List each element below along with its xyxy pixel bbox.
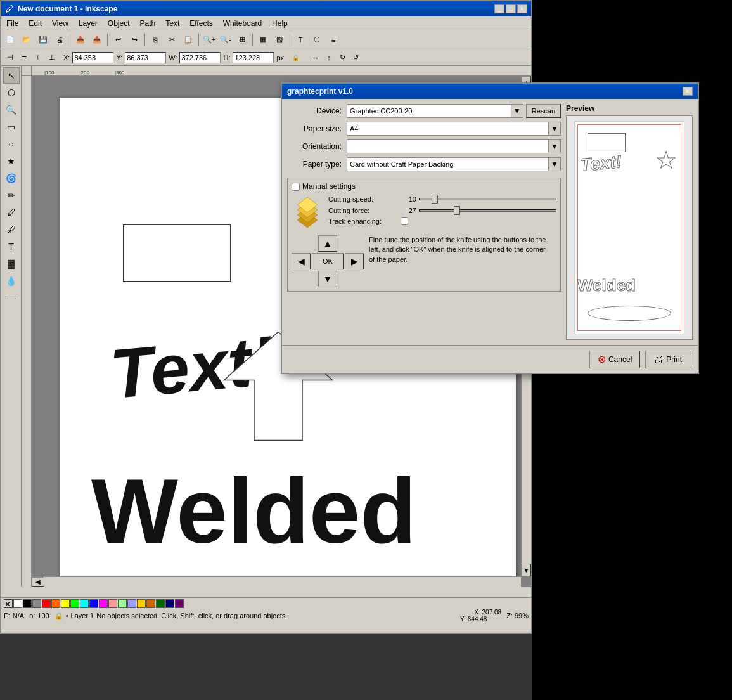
print-toolbar-button[interactable]: 🖨 [52, 32, 67, 48]
node-tool[interactable]: ⬡ [3, 84, 20, 101]
w-input[interactable] [179, 52, 221, 63]
pink-swatch[interactable] [108, 599, 117, 608]
text-tool-button[interactable]: T [293, 32, 308, 48]
paper-type-select[interactable]: Card without Craft Paper Backing Standar… [347, 157, 561, 171]
manual-settings-checkbox[interactable] [292, 183, 300, 191]
green-swatch[interactable] [70, 599, 79, 608]
undo-button[interactable]: ↩ [110, 32, 125, 48]
welded-shape[interactable]: Welded [91, 465, 416, 557]
light-blue-swatch[interactable] [127, 599, 136, 608]
h-input[interactable] [233, 52, 274, 63]
cut-button[interactable]: ✂ [164, 32, 179, 48]
rotate-ccw-button[interactable]: ↺ [349, 51, 362, 64]
device-select[interactable]: Graphtec CC200-20 [347, 104, 523, 118]
cutting-force-slider[interactable] [419, 206, 556, 215]
cutting-speed-slider[interactable] [419, 195, 556, 204]
group-button[interactable]: ▦ [255, 32, 271, 48]
blue-swatch[interactable] [89, 599, 98, 608]
rotate-cw-button[interactable]: ↻ [336, 51, 349, 64]
knife-down-button[interactable]: ▼ [318, 271, 337, 287]
zoom-out-button[interactable]: 🔍- [218, 32, 233, 48]
cutting-speed-range[interactable] [419, 195, 556, 204]
align-button[interactable]: ≡ [326, 32, 341, 48]
orange-swatch[interactable] [51, 599, 60, 608]
light-green-swatch[interactable] [118, 599, 127, 608]
zoom-fit-button[interactable]: ⊞ [234, 32, 250, 48]
y-input[interactable] [125, 52, 166, 63]
zoom-in-button[interactable]: 🔍+ [202, 32, 217, 48]
menu-help[interactable]: Help [269, 18, 290, 29]
menu-effects[interactable]: Effects [187, 18, 215, 29]
pen-tool[interactable]: 🖊 [3, 204, 20, 221]
menu-layer[interactable]: Layer [76, 18, 100, 29]
scroll-down-button[interactable]: ▼ [522, 564, 531, 576]
connector-tool[interactable]: — [3, 290, 20, 306]
horizontal-scrollbar[interactable]: ◀ ▶ [32, 576, 521, 587]
menu-text[interactable]: Text [163, 18, 182, 29]
rescan-button[interactable]: Rescan [526, 104, 561, 118]
purple-swatch[interactable] [175, 599, 184, 608]
print-button[interactable]: 🖨 Print [645, 351, 690, 368]
pencil-tool[interactable]: ✏ [3, 187, 20, 204]
export-button[interactable]: 📤 [89, 32, 105, 48]
track-enhancing-checkbox[interactable] [401, 217, 408, 225]
cyan-swatch[interactable] [80, 599, 89, 608]
close-button[interactable]: ✕ [517, 4, 527, 13]
select-tool[interactable]: ↖ [3, 67, 20, 84]
align-bottom-button[interactable]: ⊥ [46, 51, 58, 64]
calligraphy-tool[interactable]: 🖋 [3, 221, 20, 238]
circle-tool[interactable]: ○ [3, 136, 20, 152]
zoom-tool[interactable]: 🔍 [3, 101, 20, 118]
dropper-tool[interactable]: 💧 [3, 273, 20, 289]
flip-h-button[interactable]: ↔ [309, 51, 322, 64]
gray-swatch[interactable] [32, 599, 41, 608]
navy-swatch[interactable] [165, 599, 174, 608]
align-right-button[interactable]: ⊤ [32, 51, 44, 64]
paper-size-select[interactable]: A4 A3 Letter [347, 122, 561, 136]
menu-object[interactable]: Object [105, 18, 132, 29]
new-button[interactable]: 📄 [3, 32, 18, 48]
scroll-left-button[interactable]: ◀ [32, 577, 44, 587]
rect-tool[interactable]: ▭ [3, 119, 20, 135]
yellow-swatch[interactable] [61, 599, 70, 608]
brown-swatch[interactable] [146, 599, 155, 608]
save-button[interactable]: 💾 [35, 32, 51, 48]
align-left-button[interactable]: ⊣ [4, 51, 16, 64]
magenta-swatch[interactable] [99, 599, 108, 608]
gradient-tool[interactable]: ▓ [3, 256, 20, 272]
maximize-button[interactable]: □ [506, 4, 516, 13]
black-swatch[interactable] [23, 599, 32, 608]
import-button[interactable]: 📥 [73, 32, 88, 48]
minimize-button[interactable]: _ [494, 4, 504, 13]
open-button[interactable]: 📂 [19, 32, 34, 48]
orientation-select[interactable] [347, 139, 561, 153]
spiral-tool[interactable]: 🌀 [3, 170, 20, 186]
white-swatch[interactable] [13, 599, 22, 608]
menu-file[interactable]: File [4, 18, 21, 29]
ok-button[interactable]: OK [312, 253, 344, 269]
flip-v-button[interactable]: ↕ [323, 51, 335, 64]
align-center-button[interactable]: ⊢ [18, 51, 30, 64]
text-tool[interactable]: T [3, 238, 20, 255]
x-input[interactable] [72, 52, 113, 63]
knife-left-button[interactable]: ◀ [292, 253, 311, 269]
menu-edit[interactable]: Edit [26, 18, 44, 29]
menu-whiteboard[interactable]: Whiteboard [221, 18, 264, 29]
knife-right-button[interactable]: ▶ [345, 253, 364, 269]
paste-button[interactable]: 📋 [181, 32, 196, 48]
red-swatch[interactable] [42, 599, 51, 608]
copy-button[interactable]: ⎘ [148, 32, 163, 48]
menu-path[interactable]: Path [138, 18, 158, 29]
transparent-swatch[interactable]: ✕ [4, 599, 13, 608]
dark-green-swatch[interactable] [156, 599, 165, 608]
gold-swatch[interactable] [137, 599, 146, 608]
menu-view[interactable]: View [49, 18, 71, 29]
cutting-force-range[interactable] [419, 206, 556, 215]
cancel-button[interactable]: ⊗ Cancel [589, 351, 640, 368]
redo-button[interactable]: ↪ [127, 32, 142, 48]
dialog-close-button[interactable]: ✕ [683, 87, 693, 96]
knife-up-button[interactable]: ▲ [318, 235, 337, 252]
node-tool-button[interactable]: ⬡ [309, 32, 324, 48]
lock-ratio-button[interactable]: 🔒 [289, 51, 302, 64]
star-tool[interactable]: ★ [3, 153, 20, 169]
